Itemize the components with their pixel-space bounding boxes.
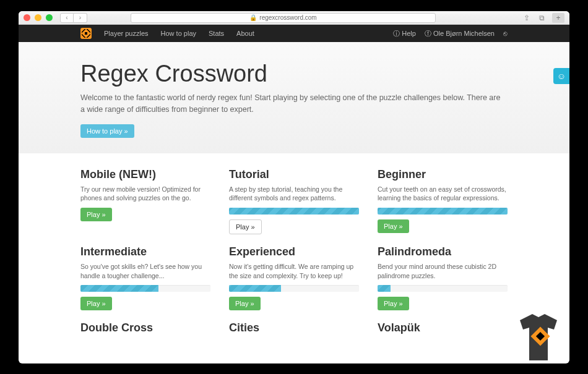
help-icon: ⓘ (393, 30, 402, 37)
page-subtitle: Welcome to the fantastic world of nerdy … (80, 92, 501, 116)
challenge-title: Palindromeda (378, 245, 508, 258)
minimize-window-button[interactable] (35, 14, 41, 21)
play-button[interactable]: Play » (378, 297, 409, 310)
user-link[interactable]: ⓕ Ole Bjørn Michelsen (425, 29, 495, 38)
hero-section: Regex Crossword Welcome to the fantastic… (19, 42, 569, 153)
nav-about[interactable]: About (236, 30, 254, 37)
progress-fill (80, 285, 158, 292)
challenge-title: Intermediate (80, 245, 210, 258)
page-title: Regex Crossword (80, 61, 508, 87)
nav-how-to-play[interactable]: How to play (161, 30, 196, 37)
challenge-card: BeginnerCut your teeth on an easy set of… (378, 168, 508, 234)
nav-stats[interactable]: Stats (209, 30, 224, 37)
play-button[interactable]: Play » (229, 219, 262, 234)
logout-icon[interactable]: ⎋ (503, 30, 508, 37)
challenge-card: PalindromedaBend your mind around these … (378, 245, 508, 310)
challenge-grid: Mobile (NEW!)Try our new mobile version!… (19, 153, 569, 354)
challenge-title: Mobile (NEW!) (80, 168, 210, 181)
challenge-title: Double Cross (80, 321, 210, 334)
progress-fill (229, 285, 281, 292)
challenge-description: Try our new mobile version! Optimized fo… (80, 185, 210, 203)
challenge-title: Experienced (229, 245, 359, 258)
toolbar-right: ⇪ ⧉ + (522, 13, 564, 23)
progress-fill (229, 208, 359, 215)
back-button[interactable]: ‹ (60, 13, 74, 23)
main-navbar: Player puzzles How to play Stats About ⓘ… (19, 25, 569, 42)
play-button[interactable]: Play » (80, 297, 112, 310)
titlebar: ‹ › 🔒 regexcrossword.com ⇪ ⧉ + (19, 11, 569, 25)
challenge-description: Bend your mind around these cubistic 2D … (378, 262, 508, 280)
lock-icon: 🔒 (249, 14, 257, 21)
challenge-description: A step by step tutorial, teaching you th… (229, 185, 359, 203)
progress-bar (229, 208, 359, 215)
how-to-play-button[interactable]: How to play » (80, 124, 134, 138)
forward-button[interactable]: › (74, 13, 87, 23)
challenge-title: Tutorial (229, 168, 359, 181)
challenge-description: Now it's getting difficult. We are rampi… (229, 262, 359, 280)
challenge-description: Cut your teeth on an easy set of crosswo… (378, 185, 508, 203)
progress-bar (80, 285, 210, 292)
merch-corner[interactable] (514, 314, 569, 363)
share-icon[interactable]: ⇪ (522, 14, 531, 22)
site-logo[interactable] (80, 28, 92, 39)
challenge-description: So you've got skills eh? Let's see how y… (80, 262, 210, 280)
challenge-card: Cities (229, 321, 359, 338)
play-button[interactable]: Play » (229, 297, 261, 310)
maximize-window-button[interactable] (46, 14, 53, 21)
progress-fill (378, 208, 508, 215)
progress-bar (378, 208, 508, 215)
browser-window: ‹ › 🔒 regexcrossword.com ⇪ ⧉ + Player pu… (19, 11, 569, 363)
svg-rect-1 (85, 32, 87, 35)
smiley-icon: ☺ (557, 71, 566, 81)
help-link[interactable]: ⓘ Help (393, 29, 416, 38)
challenge-card: Double Cross (80, 321, 210, 338)
play-button[interactable]: Play » (378, 219, 409, 233)
challenge-card: IntermediateSo you've got skills eh? Let… (80, 245, 210, 310)
challenge-title: Beginner (378, 168, 508, 181)
nav-player-puzzles[interactable]: Player puzzles (104, 30, 149, 37)
progress-bar (378, 285, 508, 292)
tabs-icon[interactable]: ⧉ (537, 14, 546, 22)
facebook-icon: ⓕ (425, 30, 433, 37)
new-tab-button[interactable]: + (552, 13, 564, 23)
play-button[interactable]: Play » (80, 208, 112, 221)
challenge-title: Volapük (378, 321, 508, 334)
progress-fill (378, 285, 391, 292)
feedback-tab[interactable]: ☺ (553, 68, 569, 84)
challenge-title: Cities (229, 321, 359, 334)
challenge-card: Volapük (378, 321, 508, 338)
history-nav: ‹ › (60, 13, 87, 23)
address-bar[interactable]: 🔒 regexcrossword.com (131, 13, 436, 23)
challenge-card: TutorialA step by step tutorial, teachin… (229, 168, 359, 234)
close-window-button[interactable] (24, 14, 30, 21)
traffic-lights (24, 14, 53, 21)
challenge-card: ExperiencedNow it's getting difficult. W… (229, 245, 359, 310)
challenge-card: Mobile (NEW!)Try our new mobile version!… (80, 168, 210, 234)
url-host: regexcrossword.com (259, 14, 316, 21)
progress-bar (229, 285, 359, 292)
